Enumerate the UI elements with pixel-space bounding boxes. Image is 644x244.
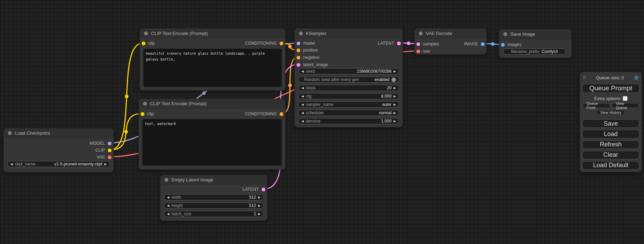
image-port-icon[interactable] xyxy=(481,42,485,46)
decrement-arrow-icon[interactable]: ◀ xyxy=(301,120,304,123)
latent-port-icon[interactable] xyxy=(297,63,300,67)
node-clip-text-encode-positive[interactable]: CLIP Text Encode (Prompt) clip CONDITION… xyxy=(140,28,285,91)
increment-arrow-icon[interactable]: ▶ xyxy=(394,70,396,73)
ckpt-name-widget[interactable]: ◀ ckpt_name v1-5-pruned-emaonly.ckpt ▶ xyxy=(7,161,110,167)
load-default-button[interactable]: Load Default xyxy=(582,161,639,170)
image-port-icon[interactable] xyxy=(501,43,505,47)
clip-port-icon[interactable] xyxy=(142,42,145,45)
cfg-widget[interactable]: ◀ cfg 8.000 ▶ xyxy=(298,93,399,99)
refresh-button[interactable]: Refresh xyxy=(582,141,639,149)
input-negative[interactable]: negative xyxy=(297,54,319,61)
link-midpoint-dot-sampler-latent[interactable] xyxy=(407,42,410,45)
collapse-dot-icon[interactable] xyxy=(8,131,12,135)
queue-front-button[interactable]: Queue Front xyxy=(583,103,610,108)
increment-arrow-icon[interactable]: ▶ xyxy=(258,204,261,207)
batch-size-widget[interactable]: ◀ batch_size 1 ▶ xyxy=(164,211,264,217)
input-model[interactable]: model xyxy=(297,40,315,47)
decrement-arrow-icon[interactable]: ◀ xyxy=(167,196,169,199)
link-midpoint-dot-model[interactable] xyxy=(202,91,206,94)
output-conditioning[interactable]: CONDITIONING xyxy=(245,40,283,47)
latent-port-icon[interactable] xyxy=(397,42,401,45)
collapse-dot-icon[interactable] xyxy=(144,31,148,35)
view-queue-button[interactable]: View Queue xyxy=(612,103,639,108)
link-midpoint-dot-negative-conditioning[interactable] xyxy=(288,83,292,87)
sampler-name-widget[interactable]: ◀ sampler_name euler ▶ xyxy=(298,101,399,108)
toggle-on-icon[interactable] xyxy=(391,78,396,82)
link-midpoint-dot-clip-to-positive[interactable] xyxy=(125,94,128,98)
drag-handle-icon[interactable]: ⠿ xyxy=(583,75,586,80)
input-positive[interactable]: positive xyxy=(297,47,318,54)
node-vae-decode[interactable]: VAE Decode samples IMAGE vae xyxy=(414,28,487,55)
save-button[interactable]: Save xyxy=(582,119,639,128)
view-history-button[interactable]: View History xyxy=(597,110,625,115)
increment-arrow-icon[interactable]: ▶ xyxy=(394,111,396,115)
output-model[interactable]: MODEL xyxy=(90,140,112,147)
link-midpoint-dot-image[interactable] xyxy=(491,42,494,46)
increment-arrow-icon[interactable]: ▶ xyxy=(394,87,396,90)
conditioning-port-icon[interactable] xyxy=(297,48,300,52)
load-button[interactable]: Load xyxy=(582,130,639,138)
node-title-bar[interactable]: CLIP Text Encode (Prompt) xyxy=(140,29,285,38)
clip-port-icon[interactable] xyxy=(108,148,112,152)
conditioning-port-icon[interactable] xyxy=(280,112,283,116)
node-title-bar[interactable]: KSampler xyxy=(295,29,403,38)
settings-gear-icon[interactable]: ⚙ xyxy=(634,74,639,81)
increment-arrow-icon[interactable]: ▶ xyxy=(258,213,261,216)
filename-prefix-widget[interactable]: filename_prefix ComfyUI xyxy=(503,48,566,55)
collapse-dot-icon[interactable] xyxy=(419,31,423,35)
latent-port-icon[interactable] xyxy=(262,188,265,191)
output-clip[interactable]: CLIP xyxy=(95,147,112,154)
link-midpoint-dot-clip-to-negative[interactable] xyxy=(124,130,128,133)
vae-port-icon[interactable] xyxy=(416,49,420,53)
extra-options-checkbox[interactable] xyxy=(623,96,627,101)
node-title-bar[interactable]: Load Checkpoint xyxy=(4,128,113,138)
node-title-bar[interactable]: Empty Latent Image xyxy=(160,175,267,185)
queue-prompt-button[interactable]: Queue Prompt xyxy=(582,84,639,93)
decrement-arrow-icon[interactable]: ◀ xyxy=(301,103,304,106)
collapse-dot-icon[interactable] xyxy=(143,102,147,106)
denoise-widget[interactable]: ◀ denoise 1.000 ▶ xyxy=(298,118,399,124)
decrement-arrow-icon[interactable]: ◀ xyxy=(301,111,304,115)
decrement-arrow-icon[interactable]: ◀ xyxy=(10,163,13,166)
scheduler-widget[interactable]: ◀ scheduler normal ▶ xyxy=(298,110,399,116)
node-title-bar[interactable]: Save Image xyxy=(499,29,571,39)
collapse-dot-icon[interactable] xyxy=(503,32,507,36)
input-clip[interactable]: clip xyxy=(142,40,155,47)
node-clip-text-encode-negative[interactable]: CLIP Text Encode (Prompt) clip CONDITION… xyxy=(139,99,285,170)
input-vae[interactable]: vae xyxy=(416,48,430,55)
increment-arrow-icon[interactable]: ▶ xyxy=(394,95,396,98)
collapse-dot-icon[interactable] xyxy=(299,31,303,35)
input-clip[interactable]: clip xyxy=(141,110,154,117)
node-title-bar[interactable]: CLIP Text Encode (Prompt) xyxy=(139,99,285,109)
decrement-arrow-icon[interactable]: ◀ xyxy=(301,87,304,90)
output-conditioning[interactable]: CONDITIONING xyxy=(245,110,283,117)
increment-arrow-icon[interactable]: ▶ xyxy=(394,103,396,106)
increment-arrow-icon[interactable]: ▶ xyxy=(258,196,261,199)
steps-widget[interactable]: ◀ steps 20 ▶ xyxy=(298,85,399,91)
output-latent[interactable]: LATENT xyxy=(242,186,265,193)
model-port-icon[interactable] xyxy=(297,42,300,45)
input-samples[interactable]: samples xyxy=(416,40,439,47)
conditioning-port-icon[interactable] xyxy=(297,56,300,60)
node-empty-latent-image[interactable]: Empty Latent Image LATENT ◀ width 512 ▶ … xyxy=(160,175,267,221)
increment-arrow-icon[interactable]: ▶ xyxy=(104,163,107,166)
model-port-icon[interactable] xyxy=(108,142,112,145)
collapse-dot-icon[interactable] xyxy=(165,178,168,182)
prompt-textarea[interactable]: text, watermark xyxy=(142,119,282,166)
prompt-textarea[interactable]: beautiful scenery nature glass bottle la… xyxy=(143,49,282,87)
latent-port-icon[interactable] xyxy=(416,42,420,46)
vae-port-icon[interactable] xyxy=(108,155,112,159)
height-widget[interactable]: ◀ height 512 ▶ xyxy=(164,202,264,209)
node-load-checkpoint[interactable]: Load Checkpoint MODEL CLIP VAE ◀ ckpt_na… xyxy=(3,128,114,172)
decrement-arrow-icon[interactable]: ◀ xyxy=(301,95,304,98)
link-midpoint-dot-positive-conditioning[interactable] xyxy=(288,45,292,48)
decrement-arrow-icon[interactable]: ◀ xyxy=(167,204,169,207)
decrement-arrow-icon[interactable]: ◀ xyxy=(167,213,169,216)
decrement-arrow-icon[interactable]: ◀ xyxy=(301,70,304,73)
conditioning-port-icon[interactable] xyxy=(280,42,283,45)
input-images[interactable]: images xyxy=(501,41,521,48)
node-ksampler[interactable]: KSampler model LATENT positive negative … xyxy=(294,28,403,127)
node-title-bar[interactable]: VAE Decode xyxy=(415,29,486,38)
output-vae[interactable]: VAE xyxy=(97,154,112,161)
node-save-image[interactable]: Save Image images filename_prefix ComfyU… xyxy=(499,29,572,58)
